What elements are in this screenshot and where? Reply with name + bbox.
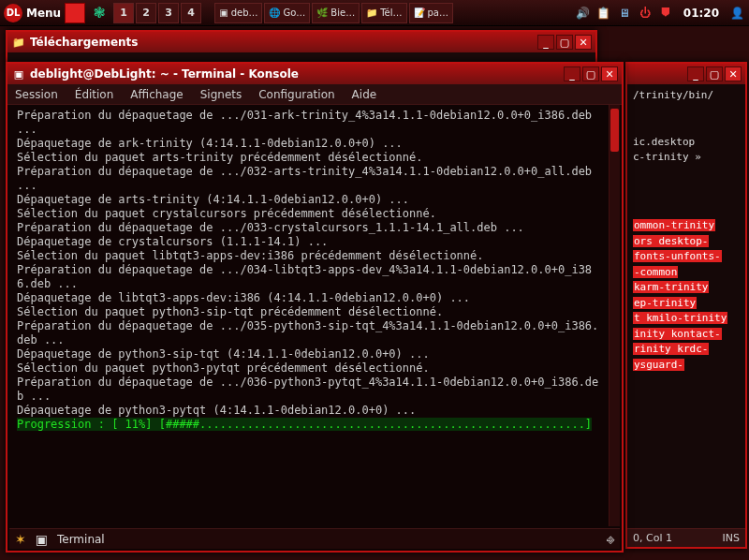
maximize-button[interactable]: ▢ [556,35,573,50]
editor-position: 0, Col 1 [633,532,672,544]
editor-line-highlight: ommon-trinity [633,218,740,234]
maximize-button[interactable]: ▢ [582,66,599,81]
editor-mode: INS [723,532,740,544]
downloads-window: 📁 Téléchargements _ ▢ ✕ [6,30,597,64]
menu-aide[interactable]: Aide [352,88,377,101]
folder-icon: 📁 [11,35,26,50]
close-button[interactable]: ✕ [725,66,742,81]
new-tab-icon[interactable]: ✶ [15,532,26,547]
task-icon: 🌿 [316,7,328,18]
tray-audio-icon[interactable]: 🔊 [575,5,592,22]
editor-line: /trinity/bin/ [633,88,740,104]
task-label: pa… [428,7,448,18]
task-label: deb… [231,7,258,18]
tray-user-icon[interactable]: 👤 [728,5,745,22]
activity-icon[interactable]: ⎆ [607,532,614,547]
tray-clipboard-icon[interactable]: 📋 [595,5,612,22]
scroll-thumb[interactable] [610,109,619,152]
editor-line: ic.desktop [633,135,740,151]
terminal-menubar: SessionÉditionAffichageSignetsConfigurat… [7,84,622,105]
menu-affichage[interactable]: Affichage [130,88,183,101]
terminal-title: deblight@DebLight: ~ - Terminal - Konsol… [30,67,562,81]
editor-line [633,119,740,135]
task-label: Tél… [380,7,402,18]
menu-session[interactable]: Session [15,88,58,101]
editor-line-highlight: ysguard- [633,358,740,374]
minimize-button[interactable]: _ [564,66,580,81]
terminal-output[interactable]: Préparation du dépaquetage de .../031-ar… [9,105,607,526]
maximize-button[interactable]: ▢ [706,66,723,81]
editor-window: _ ▢ ✕ /trinity/bin/ ic.desktopc-trinity … [625,62,747,549]
tray-update-icon[interactable]: ⏻ [637,5,654,22]
close-button[interactable]: ✕ [575,35,592,50]
terminal-tab-label[interactable]: Terminal [57,533,105,546]
task-list: ▣deb…🌐Go…🌿Bie…📁Tél…📝pa… [214,3,453,23]
system-tray: 🔊 📋 🖥 ⏻ ⛊ 01:20 👤 [575,5,745,22]
task-icon: 📝 [414,7,425,18]
editor-line-highlight: ors desktop- [633,234,740,250]
taskbar-task[interactable]: 🌿Bie… [312,3,360,23]
desktop-1[interactable]: 1 [113,3,134,23]
terminal-icon: ▣ [11,66,26,81]
terminal-window: ▣ deblight@DebLight: ~ - Terminal - Kons… [6,62,624,553]
taskbar: DL Menu ❃ 1234 ▣deb…🌐Go…🌿Bie…📁Tél…📝pa… 🔊… [0,0,749,26]
editor-line [633,104,740,120]
editor-line-highlight: ep-trinity [633,296,740,312]
editor-line-highlight: fonts-unfonts- [633,249,740,265]
distro-logo-icon[interactable]: DL [4,4,22,22]
taskbar-task[interactable]: 🌐Go… [264,3,310,23]
taskbar-clock[interactable]: 01:20 [678,7,725,20]
task-label: Bie… [330,7,355,18]
editor-line [633,166,740,182]
menu-édition[interactable]: Édition [75,88,114,101]
task-icon: 📁 [366,7,377,18]
editor-line-highlight: inity kontact- [633,327,740,343]
menu-signets[interactable]: Signets [200,88,242,101]
progress-line: Progression : [ 11%] [#####.............… [17,418,592,431]
tray-monitor-icon[interactable]: 🖥 [616,5,633,22]
minimize-button[interactable]: _ [537,35,554,50]
menu-configuration[interactable]: Configuration [258,88,334,101]
editor-body[interactable]: /trinity/bin/ ic.desktopc-trinity » ommo… [627,84,745,376]
editor-line-highlight: rinity krdc- [633,342,740,358]
task-icon: ▣ [219,7,228,18]
taskbar-task[interactable]: 📁Tél… [361,3,406,23]
tray-shield-icon[interactable]: ⛊ [657,5,674,22]
downloads-title: Téléchargements [30,36,536,49]
desktop-2[interactable]: 2 [136,3,156,23]
minimize-button[interactable]: _ [687,66,704,81]
editor-line-highlight: t kmilo-trinity [633,311,740,327]
taskbar-task[interactable]: 📝pa… [409,3,453,23]
terminal-scrollbar[interactable] [609,105,620,526]
taskbar-task[interactable]: ▣deb… [214,3,262,23]
desktop-3[interactable]: 3 [158,3,179,23]
downloads-titlebar[interactable]: 📁 Téléchargements _ ▢ ✕ [7,32,595,52]
kicker-icon[interactable]: ❃ [89,3,110,23]
desktop-4[interactable]: 4 [181,3,201,23]
close-button[interactable]: ✕ [601,66,618,81]
editor-line-highlight: karm-trinity [633,280,740,296]
show-desktop-button[interactable] [65,3,85,23]
task-icon: 🌐 [269,7,280,18]
editor-line: c-trinity » [633,150,740,166]
editor-titlebar[interactable]: _ ▢ ✕ [627,64,745,84]
main-menu-button[interactable]: Menu [26,7,61,20]
terminal-statusbar: ✶ ▣ Terminal ⎆ [9,528,620,549]
editor-statusbar: 0, Col 1 INS [627,528,745,547]
editor-line-highlight: -common [633,265,740,281]
task-label: Go… [283,7,305,18]
terminal-tab-icon[interactable]: ▣ [36,532,48,547]
terminal-titlebar[interactable]: ▣ deblight@DebLight: ~ - Terminal - Kons… [7,64,622,84]
desktop-pager: 1234 [113,3,201,23]
